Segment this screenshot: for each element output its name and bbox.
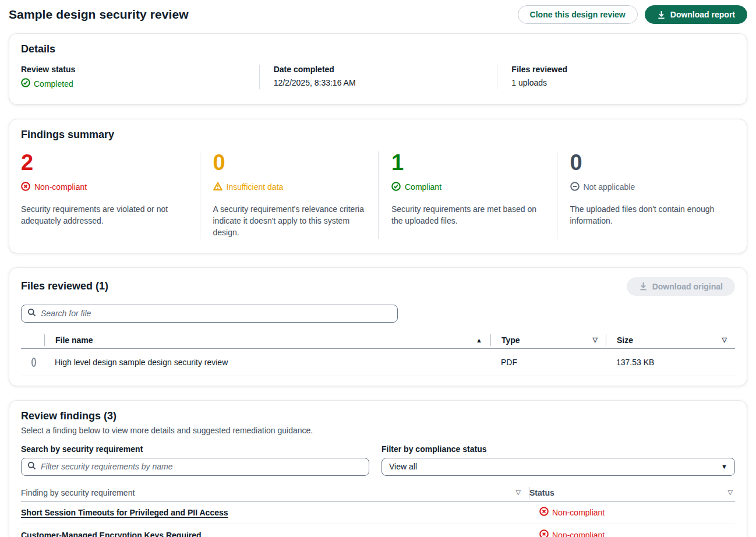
summary-compliant: 1 Compliant Security requirements are me… (378, 151, 557, 239)
summary-non-compliant: 2 Non-compliant Security requirements ar… (21, 151, 200, 239)
status-text: Non-compliant (552, 508, 605, 517)
not-applicable-description: The uploaded files don't contain enough … (570, 203, 723, 227)
status-badge: Non-compliant (539, 529, 605, 537)
finding-name-cell: Customer-Managed Encryption Keys Require… (21, 531, 529, 537)
x-circle-icon (21, 182, 30, 193)
search-icon (27, 461, 36, 472)
finding-row[interactable]: Short Session Timeouts for Privileged an… (21, 501, 735, 524)
insufficient-data-description: A security requirement's relevance crite… (213, 203, 366, 239)
clone-review-label: Clone this design review (530, 10, 626, 19)
check-circle-icon (391, 182, 401, 193)
compliance-filter-label: Filter by compliance status (381, 444, 735, 454)
sort-descending-icon[interactable]: ▽ (516, 489, 521, 496)
file-search-input[interactable] (41, 309, 391, 318)
file-name-cell: High level design sample design security… (44, 358, 490, 367)
review-findings-heading: Review findings (3) (21, 410, 735, 422)
compliance-status-select[interactable]: View all ▼ (381, 458, 735, 476)
download-icon (657, 10, 666, 19)
download-original-label: Download original (652, 282, 723, 291)
finding-link[interactable]: Short Session Timeouts for Privileged an… (21, 508, 228, 517)
file-table-row[interactable]: High level design sample design security… (21, 349, 735, 376)
download-report-button[interactable]: Download report (645, 5, 747, 24)
insufficient-data-label: Insufficient data (227, 182, 284, 192)
status-column-label: Status (529, 488, 554, 497)
finding-link[interactable]: Customer-Managed Encryption Keys Require… (21, 531, 202, 537)
download-report-label: Download report (670, 10, 735, 19)
finding-row[interactable]: Customer-Managed Encryption Keys Require… (21, 524, 735, 537)
non-compliant-count: 2 (21, 151, 187, 175)
page-header: Sample design security review Clone this… (9, 0, 747, 33)
compliant-label: Compliant (405, 182, 441, 192)
size-column-header[interactable]: Size ▽ (606, 334, 735, 346)
finding-column-header[interactable]: Finding by security requirement ▽ (21, 487, 529, 499)
selection-column-header (21, 334, 44, 346)
review-findings-card: Review findings (3) Select a finding bel… (9, 400, 747, 537)
minus-circle-icon (570, 182, 580, 193)
review-findings-description: Select a finding below to view more deta… (21, 426, 735, 435)
not-applicable-label: Not applicable (584, 182, 635, 192)
findings-summary-heading: Findings summary (21, 129, 735, 141)
file-name-column-label: File name (55, 335, 93, 345)
finding-name-cell: Short Session Timeouts for Privileged an… (21, 508, 529, 517)
x-circle-icon (539, 529, 549, 537)
findings-table-header: Finding by security requirement ▽ Status… (21, 485, 735, 501)
header-actions: Clone this design review Download report (518, 5, 747, 24)
file-search-box (21, 305, 398, 323)
type-column-label: Type (501, 335, 520, 345)
sort-descending-icon[interactable]: ▽ (593, 336, 598, 344)
size-column-label: Size (617, 335, 633, 345)
files-table-header: File name ▲ Type ▽ Size ▽ (21, 332, 735, 349)
requirement-search-box (21, 458, 369, 476)
summary-insufficient-data: 0 Insufficient data A security requireme… (200, 151, 379, 239)
status-text: Non-compliant (552, 531, 605, 537)
findings-summary-card: Findings summary 2 Non-compliant Securit… (9, 119, 747, 253)
date-completed-label: Date completed (274, 65, 483, 74)
summary-not-applicable: 0 Not applicable The uploaded files don'… (557, 151, 736, 239)
insufficient-data-status: Insufficient data (213, 182, 284, 193)
status-badge: Non-compliant (539, 507, 605, 518)
clone-review-button[interactable]: Clone this design review (518, 5, 638, 24)
download-icon (639, 282, 648, 291)
review-status-field: Review status Completed (21, 65, 259, 89)
check-circle-icon (21, 78, 30, 89)
search-requirement-label: Search by security requirement (21, 444, 369, 454)
radio-button-icon[interactable] (31, 358, 36, 367)
insufficient-data-count: 0 (213, 151, 366, 175)
warning-triangle-icon (213, 182, 222, 193)
findings-summary-grid: 2 Non-compliant Security requirements ar… (21, 151, 735, 243)
non-compliant-label: Non-compliant (34, 182, 87, 192)
not-applicable-status: Not applicable (570, 182, 635, 193)
status-column-header[interactable]: Status ▽ (529, 487, 735, 499)
non-compliant-status: Non-compliant (21, 182, 87, 193)
not-applicable-count: 0 (570, 151, 723, 175)
details-heading: Details (21, 43, 735, 55)
compliant-count: 1 (391, 151, 544, 175)
finding-status-cell: Non-compliant (529, 507, 735, 518)
type-column-header[interactable]: Type ▽ (490, 334, 606, 346)
file-name-column-header[interactable]: File name ▲ (44, 334, 490, 346)
review-status-text: Completed (34, 79, 73, 89)
compliant-status: Compliant (391, 182, 441, 193)
files-reviewed-heading: Files reviewed (1) (21, 280, 108, 292)
finding-status-cell: Non-compliant (529, 529, 735, 537)
requirement-search-input[interactable] (41, 462, 363, 471)
row-select-cell (21, 358, 44, 367)
review-status-label: Review status (21, 65, 245, 74)
details-card: Details Review status Completed Date com… (9, 33, 747, 105)
search-requirement-field: Search by security requirement (21, 444, 369, 476)
files-reviewed-card: Files reviewed (1) Download original Fil… (9, 267, 747, 386)
sort-descending-icon[interactable]: ▽ (728, 489, 733, 496)
compliance-filter-field: Filter by compliance status View all ▼ (381, 444, 735, 476)
review-status-value: Completed (21, 78, 73, 89)
file-size-cell: 137.53 KB (606, 358, 735, 367)
files-reviewed-value: 1 uploads (511, 78, 721, 87)
finding-column-label: Finding by security requirement (21, 488, 135, 497)
compliant-description: Security requirements are met based on t… (391, 203, 544, 227)
files-reviewed-label: Files reviewed (511, 65, 721, 74)
compliance-filter-value: View all (389, 462, 417, 471)
download-original-button[interactable]: Download original (627, 277, 735, 296)
file-type-cell: PDF (490, 358, 606, 367)
page: Sample design security review Clone this… (0, 0, 756, 537)
sort-descending-icon[interactable]: ▽ (722, 336, 727, 344)
sort-ascending-icon[interactable]: ▲ (476, 337, 482, 344)
